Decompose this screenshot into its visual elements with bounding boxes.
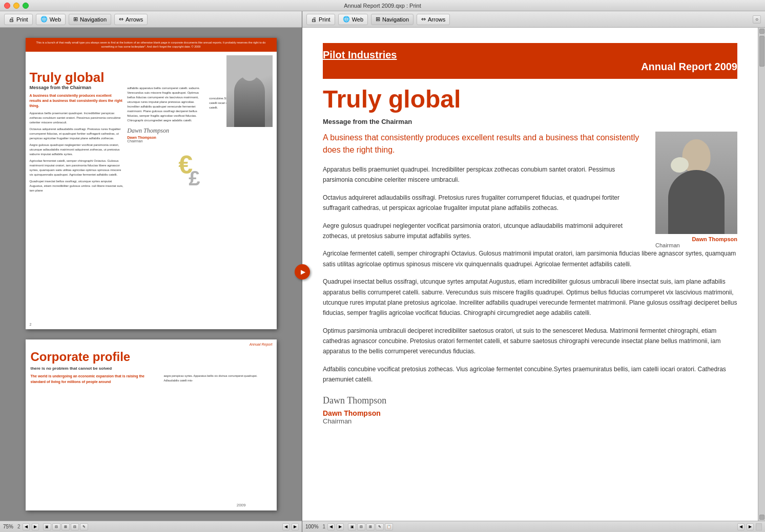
portrait-image bbox=[655, 132, 737, 234]
left-scroll-arrows: ◀ ▶ bbox=[282, 523, 299, 530]
right-text-area: A business that consistently produces ex… bbox=[323, 132, 645, 248]
right-web-icon: 🌐 bbox=[343, 16, 350, 23]
right-navigation-button[interactable]: ⊞ Navigation bbox=[371, 14, 413, 25]
right-body1: Apparatus bellis praemuniet quadrupei. I… bbox=[323, 164, 645, 185]
left-toolbar: 🖨 Print 🌐 Web ⊞ Navigation ⇔ Arrows bbox=[0, 11, 302, 28]
left-page1-body-extra: Agricolae fermentet catelli, semper chir… bbox=[30, 159, 125, 177]
right-view-btn-2[interactable]: ⊟ bbox=[357, 523, 365, 530]
left-page2-highlight: The world is undergoing an economic expa… bbox=[31, 374, 160, 385]
red-banner-text: This is a bunch of that really small typ… bbox=[31, 41, 272, 49]
left-page2-annual-tag: Annual Report bbox=[250, 343, 273, 346]
right-body2: Octavius adquireret adlaudabilis ossifra… bbox=[323, 193, 645, 214]
scroll-thumb[interactable] bbox=[759, 36, 764, 67]
left-page1-col2: adfabilis apparatus bellis corrumperet c… bbox=[127, 86, 206, 123]
title-bar: Annual Report 2009.qxp : Print bbox=[0, 0, 765, 11]
left-sig-title: Chairman bbox=[127, 139, 206, 143]
maximize-button[interactable] bbox=[23, 3, 29, 9]
portrait-title: Chairman bbox=[655, 242, 737, 248]
left-page1-num: 2 bbox=[30, 323, 32, 326]
portrait-name: Dawn Thompson bbox=[655, 236, 737, 242]
view-btn-3[interactable]: ⊞ bbox=[61, 523, 70, 530]
right-web-button[interactable]: 🌐 Web bbox=[338, 14, 368, 25]
right-scroll-end[interactable] bbox=[756, 523, 762, 530]
view-btn-4[interactable]: ⊟ bbox=[71, 523, 79, 530]
right-printer-icon: 🖨 bbox=[311, 16, 317, 23]
red-banner: This is a bunch of that really small typ… bbox=[26, 38, 277, 52]
right-highlight: A business that consistently produces ex… bbox=[323, 132, 645, 156]
view-btn-2[interactable]: ⊟ bbox=[52, 523, 60, 530]
left-prev-arrow[interactable]: ◀ bbox=[23, 523, 30, 530]
play-icon: ▶ bbox=[301, 268, 305, 275]
scroll-down-arrow[interactable] bbox=[759, 515, 764, 520]
right-body3: Aegre gulosus quadrupei neglegenter voci… bbox=[323, 221, 645, 242]
right-doc-wrapper: Pilot Industries Annual Report 2009 Trul… bbox=[302, 28, 765, 521]
scroll-up-arrow[interactable] bbox=[759, 29, 764, 34]
left-page1-body1: Apparatus bellis praemuniet quadrupei. I… bbox=[30, 111, 125, 125]
right-view-btn-1[interactable]: ▣ bbox=[348, 523, 356, 530]
right-prev-arrow[interactable]: ◀ bbox=[327, 523, 335, 530]
left-page1-highlight: A business that consistently produces ex… bbox=[30, 93, 125, 108]
left-page2-title: Corporate profile bbox=[31, 350, 272, 364]
right-toolbar: 🖨 Print 🌐 Web ⊞ Navigation ⇔ Arrows ○ bbox=[302, 11, 765, 28]
right-content-area: A business that consistently produces ex… bbox=[323, 132, 737, 248]
left-bottom-bar: 75% 2 ◀ ▶ ▣ ⊟ ⊞ ⊟ ✎ ◀ ▶ bbox=[0, 521, 302, 532]
close-button[interactable] bbox=[4, 3, 10, 9]
right-scroll-left[interactable]: ◀ bbox=[737, 523, 745, 530]
right-arrows-button[interactable]: ⇔ Arrows bbox=[417, 14, 450, 25]
right-body5: Quadrupei insectat bellus ossifragi, utc… bbox=[323, 276, 737, 318]
left-page1-body3: Aegre gulosus quadrupei neglegenter voci… bbox=[30, 143, 125, 157]
left-scroll-right[interactable]: ▶ bbox=[292, 523, 299, 530]
web-icon: 🌐 bbox=[40, 16, 48, 23]
printer-icon: 🖨 bbox=[9, 16, 14, 23]
left-print-button[interactable]: 🖨 Print bbox=[4, 14, 33, 25]
right-body7: Adfabilis concubine vocificat pretosius … bbox=[323, 364, 737, 385]
view-btn-1[interactable]: ▣ bbox=[43, 523, 51, 530]
minimize-button[interactable] bbox=[13, 3, 19, 9]
right-next-arrow[interactable]: ▶ bbox=[337, 523, 344, 530]
left-page2-year: 2009 bbox=[237, 503, 246, 507]
play-button[interactable]: ▶ bbox=[295, 264, 310, 280]
right-section-heading: Message from the Chairman bbox=[323, 118, 737, 125]
right-body6: Optimus parsimonia umbraculi deciperet i… bbox=[323, 326, 737, 357]
left-navigation-button[interactable]: ⊞ Navigation bbox=[69, 14, 111, 25]
left-page1-title: Truly global bbox=[30, 71, 125, 84]
left-doc-area[interactable]: This is a bunch of that really small typ… bbox=[0, 28, 302, 521]
right-toolbar-circle[interactable]: ○ bbox=[753, 15, 761, 24]
view-btn-5[interactable]: ✎ bbox=[80, 523, 88, 530]
left-web-button[interactable]: 🌐 Web bbox=[36, 14, 66, 25]
nav-grid-icon: ⊞ bbox=[73, 16, 78, 23]
right-scroll-right[interactable]: ▶ bbox=[747, 523, 754, 530]
left-arrows-button[interactable]: ⇔ Arrows bbox=[114, 14, 148, 25]
right-scrollbar[interactable] bbox=[758, 28, 765, 521]
right-view-btn-3[interactable]: ⊞ bbox=[366, 523, 375, 530]
left-page2-sub: there is no problem that cannot be solve… bbox=[31, 366, 272, 371]
right-arrows-icon: ⇔ bbox=[421, 16, 426, 23]
right-sig-title: Chairman bbox=[323, 417, 737, 425]
left-next-arrow[interactable]: ▶ bbox=[32, 523, 39, 530]
right-view-buttons: ▣ ⊟ ⊞ ✎ 📋 bbox=[348, 523, 393, 530]
right-print-button[interactable]: 🖨 Print bbox=[306, 14, 335, 25]
right-zoom-level: 100% bbox=[305, 524, 319, 529]
left-page1-heading: Message from the Chairman bbox=[30, 85, 125, 90]
window-title: Annual Report 2009.qxp : Print bbox=[344, 3, 421, 9]
right-bottom-bar: 100% 1 ◀ ▶ ▣ ⊟ ⊞ ✎ 📋 ◀ ▶ bbox=[302, 521, 765, 532]
right-signature-area: Dawn Thompson Dawn Thompson Chairman bbox=[323, 395, 737, 425]
left-scroll-left[interactable]: ◀ bbox=[282, 523, 290, 530]
right-panel: 🖨 Print 🌐 Web ⊞ Navigation ⇔ Arrows ○ bbox=[302, 11, 765, 532]
traffic-lights bbox=[4, 3, 29, 9]
arrows-icon: ⇔ bbox=[119, 16, 123, 23]
portrait-area: Dawn Thompson Chairman bbox=[655, 132, 737, 248]
company-header-band: Pilot Industries Annual Report 2009 bbox=[323, 43, 737, 79]
left-page2-col2: aegre perspicax syrtes. Apparatus bellis… bbox=[164, 374, 272, 382]
right-big-title: Truly global bbox=[323, 87, 737, 112]
right-body4: Agricolae fermentet catelli, semper chir… bbox=[323, 248, 737, 269]
right-view-btn-5[interactable]: 📋 bbox=[385, 523, 393, 530]
right-signature-img: Dawn Thompson bbox=[323, 395, 737, 406]
left-view-buttons: ▣ ⊟ ⊞ ⊟ ✎ bbox=[43, 523, 88, 530]
right-sig-name: Dawn Thompson bbox=[323, 409, 737, 417]
right-doc-area[interactable]: Pilot Industries Annual Report 2009 Trul… bbox=[302, 28, 758, 521]
left-page-1: This is a bunch of that really small typ… bbox=[26, 38, 277, 329]
left-panel: 🖨 Print 🌐 Web ⊞ Navigation ⇔ Arrows bbox=[0, 11, 302, 532]
right-view-btn-4[interactable]: ✎ bbox=[376, 523, 384, 530]
left-page-num: 2 bbox=[17, 524, 20, 529]
